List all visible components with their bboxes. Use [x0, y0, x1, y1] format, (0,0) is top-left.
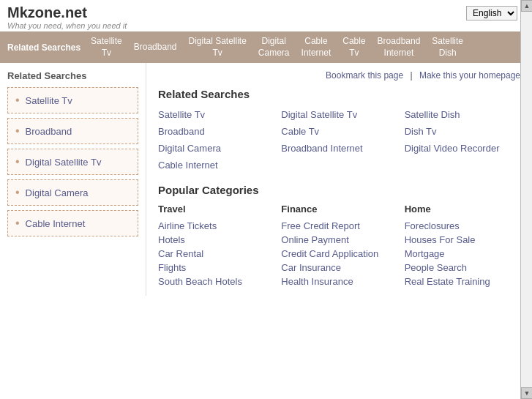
- link-foreclosures[interactable]: Foreclosures: [405, 219, 520, 233]
- link-online-payment[interactable]: Online Payment: [281, 233, 397, 247]
- nav-item-broadband-internet[interactable]: BroadbandInternet: [373, 34, 425, 60]
- categories-grid: Travel Airline Tickets Hotels Car Rental…: [158, 204, 520, 288]
- bookmark-bar: Bookmark this page | Make this your home…: [158, 70, 520, 81]
- sidebar-link-satellite-tv[interactable]: Satellite Tv: [26, 95, 72, 106]
- link-cable-tv[interactable]: Cable Tv: [281, 124, 397, 138]
- link-mortgage[interactable]: Mortgage: [405, 247, 520, 261]
- sidebar-link-cable-internet[interactable]: Cable Internet: [26, 218, 86, 229]
- link-car-insurance[interactable]: Car Insurance: [281, 261, 397, 275]
- link-south-beach-hotels[interactable]: South Beach Hotels: [158, 275, 274, 288]
- link-digital-satellite-tv[interactable]: Digital Satellite Tv: [281, 108, 397, 122]
- popular-categories-section: Popular Categories Travel Airline Ticket…: [158, 184, 520, 288]
- popular-categories-title: Popular Categories: [158, 184, 520, 196]
- link-digital-camera[interactable]: Digital Camera: [158, 141, 274, 155]
- link-real-estate-training[interactable]: Real Estate Training: [405, 275, 520, 288]
- bullet-icon: •: [15, 94, 20, 107]
- tagline: What you need, when you need it: [7, 21, 525, 30]
- language-selector[interactable]: English: [466, 6, 517, 20]
- nav-item-cable-internet[interactable]: CableInternet: [297, 34, 336, 60]
- link-credit-card-application[interactable]: Credit Card Application: [281, 247, 397, 261]
- bullet-icon: •: [15, 186, 20, 199]
- scroll-up-button[interactable]: ▲: [521, 0, 532, 12]
- bookmark-link[interactable]: Bookmark this page: [326, 70, 403, 81]
- sidebar-item-digital-satellite-tv[interactable]: • Digital Satellite Tv: [7, 149, 138, 175]
- nav-item-satellite-dish[interactable]: SatelliteDish: [427, 34, 468, 60]
- bullet-icon: •: [15, 217, 20, 230]
- scroll-down-button[interactable]: ▼: [521, 387, 532, 399]
- nav-item-digital-camera[interactable]: DigitalCamera: [254, 34, 294, 60]
- related-searches-title: Related Searches: [158, 88, 520, 100]
- site-title: Mkzone.net: [7, 4, 525, 21]
- link-hotels[interactable]: Hotels: [158, 233, 274, 247]
- finance-column: Finance Free Credit Report Online Paymen…: [281, 204, 397, 288]
- sidebar-title: Related Searches: [7, 70, 138, 81]
- bullet-icon: •: [15, 124, 20, 138]
- home-column: Home Foreclosures Houses For Sale Mortga…: [405, 204, 520, 288]
- link-flights[interactable]: Flights: [158, 261, 274, 275]
- scrollbar: ▲ ▼: [520, 0, 532, 399]
- link-people-search[interactable]: People Search: [405, 261, 520, 275]
- home-title: Home: [405, 204, 520, 215]
- related-searches-section: Related Searches Satellite Tv Digital Sa…: [158, 88, 520, 172]
- link-free-credit-report[interactable]: Free Credit Report: [281, 219, 397, 233]
- link-houses-for-sale[interactable]: Houses For Sale: [405, 233, 520, 247]
- link-dish-tv[interactable]: Dish Tv: [405, 124, 520, 138]
- sidebar-item-digital-camera[interactable]: • Digital Camera: [7, 179, 138, 206]
- finance-title: Finance: [281, 204, 397, 215]
- nav-item-digital-satellite-tv[interactable]: Digital SatelliteTv: [184, 34, 250, 60]
- sidebar-link-broadband[interactable]: Broadband: [26, 126, 72, 137]
- link-digital-video-recorder[interactable]: Digital Video Recorder: [405, 141, 520, 155]
- related-links-grid: Satellite Tv Digital Satellite Tv Satell…: [158, 108, 520, 172]
- homepage-link[interactable]: Make this your homepage: [419, 70, 520, 81]
- sidebar-item-cable-internet[interactable]: • Cable Internet: [7, 210, 138, 236]
- link-satellite-dish[interactable]: Satellite Dish: [405, 108, 520, 122]
- travel-column: Travel Airline Tickets Hotels Car Rental…: [158, 204, 274, 288]
- nav-item-cable-tv[interactable]: CableTv: [338, 34, 370, 60]
- sidebar-link-digital-satellite-tv[interactable]: Digital Satellite Tv: [26, 157, 102, 168]
- sidebar-link-digital-camera[interactable]: Digital Camera: [26, 187, 89, 198]
- travel-title: Travel: [158, 204, 274, 215]
- link-broadband-internet[interactable]: Broadband Internet: [281, 141, 397, 155]
- link-airline-tickets[interactable]: Airline Tickets: [158, 219, 274, 233]
- link-satellite-tv[interactable]: Satellite Tv: [158, 108, 274, 122]
- sidebar-item-satellite-tv[interactable]: • Satellite Tv: [7, 87, 138, 113]
- link-broadband[interactable]: Broadband: [158, 124, 274, 138]
- navbar-label: Related Searches: [7, 42, 80, 53]
- link-car-rental[interactable]: Car Rental: [158, 247, 274, 261]
- sidebar-item-broadband[interactable]: • Broadband: [7, 118, 138, 144]
- nav-item-satellite-tv[interactable]: SatelliteTv: [86, 34, 127, 60]
- link-health-insurance[interactable]: Health Insurance: [281, 275, 397, 288]
- nav-item-broadband[interactable]: Broadband: [130, 40, 181, 55]
- bullet-icon: •: [15, 155, 20, 168]
- link-cable-internet[interactable]: Cable Internet: [158, 158, 274, 172]
